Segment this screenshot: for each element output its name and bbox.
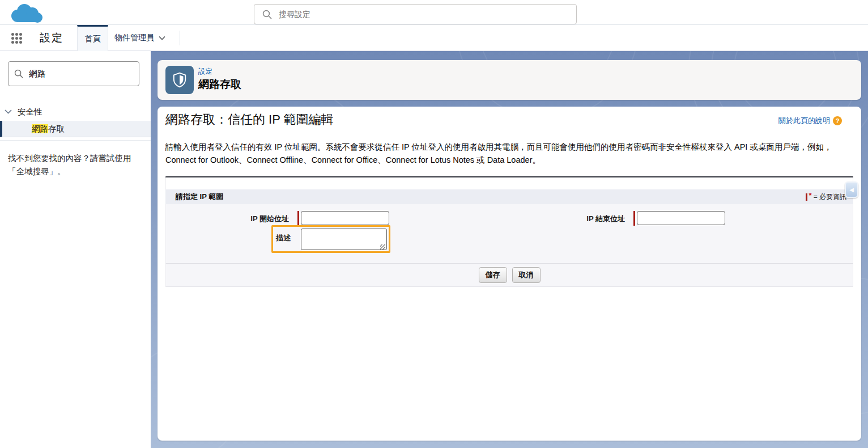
- help-for-this-page-link[interactable]: 關於此頁的說明: [778, 116, 830, 126]
- breadcrumb-setup-link[interactable]: 設定: [198, 67, 212, 77]
- help-badge-icon[interactable]: ?: [833, 116, 842, 125]
- chevron-down-icon: [5, 109, 12, 114]
- form-section-header: 請指定 IP 範圍 * = 必要資訊: [165, 189, 853, 204]
- ip-end-label: IP 結束位址: [506, 214, 625, 224]
- search-match-highlight: 網路: [32, 124, 48, 133]
- required-legend-text: = 必要資訊: [814, 192, 846, 202]
- main-content-region: 設定 網路存取 網路存取：信任的 IP 範圍編輯 關於此頁的說明 ? 請輸入使用…: [151, 51, 868, 448]
- main-card: 網路存取：信任的 IP 範圍編輯 關於此頁的說明 ? 請輸入使用者登入信任的有效…: [158, 107, 861, 441]
- required-asterisk-icon: *: [809, 193, 812, 198]
- required-bar-icon: [806, 193, 807, 201]
- tab-home[interactable]: 首頁: [77, 25, 108, 51]
- sidebar-quick-find: [8, 61, 139, 86]
- global-header: ★ ▾ + ? ⚙: [0, 0, 868, 25]
- ip-end-required-bar: [633, 211, 635, 226]
- sidebar-group-security[interactable]: 安全性: [0, 104, 151, 119]
- global-search: [254, 4, 577, 24]
- ip-start-input[interactable]: [301, 211, 389, 225]
- chevron-down-icon: [159, 36, 165, 40]
- sidebar-item-network-access[interactable]: 網路存取: [0, 121, 151, 137]
- page-header-card: 設定 網路存取: [158, 60, 861, 100]
- ip-start-required-bar: [297, 211, 299, 226]
- tab-object-manager[interactable]: 物件管理員: [108, 25, 172, 51]
- cancel-button[interactable]: 取消: [512, 267, 541, 283]
- description-focus-ring: 描述: [271, 225, 390, 253]
- description-textarea[interactable]: [301, 229, 387, 250]
- salesforce-cloud-logo: [8, 2, 45, 25]
- form-spacer: [165, 177, 853, 189]
- tab-object-manager-label: 物件管理員: [114, 33, 154, 43]
- content-title: 網路存取：信任的 IP 範圍編輯: [165, 111, 334, 128]
- required-legend: * = 必要資訊: [806, 192, 846, 202]
- salesforce-setup-screen: ★ ▾ + ? ⚙: [0, 0, 868, 448]
- setup-sidebar: 安全性 網路存取 找不到您要找的內容？請嘗試使用「全域搜尋」。: [0, 51, 151, 448]
- tab-divider: [180, 31, 180, 45]
- app-name-label: 設定: [40, 25, 63, 51]
- security-shield-icon: [165, 66, 194, 94]
- help-for-this-page: 關於此頁的說明 ?: [778, 116, 842, 126]
- search-icon: [14, 69, 23, 78]
- collapse-panel-arrow[interactable]: ◀: [845, 181, 858, 198]
- page-title: 網路存取: [198, 77, 241, 92]
- page-description: 請輸入使用者登入信任的有效 IP 位址範圍。系統不會要求從信任 IP 位址登入的…: [165, 141, 848, 167]
- search-icon: [262, 10, 272, 19]
- form-button-row: 儲存 取消: [165, 263, 853, 287]
- sidebar-group-label: 安全性: [18, 107, 42, 117]
- sidebar-divider: [0, 140, 151, 141]
- description-label: 描述: [274, 233, 291, 243]
- app-launcher-waffle-icon[interactable]: [11, 33, 27, 44]
- form-section-title: 請指定 IP 範圍: [176, 192, 223, 202]
- global-search-input[interactable]: [279, 10, 551, 19]
- ip-end-input[interactable]: [637, 211, 725, 225]
- setup-nav-bar: 設定 首頁 物件管理員: [0, 25, 868, 51]
- sidebar-item-label: 存取: [48, 124, 65, 133]
- save-button[interactable]: 儲存: [479, 267, 507, 283]
- sidebar-quick-find-input[interactable]: [29, 69, 131, 79]
- ip-range-edit-form: 請指定 IP 範圍 * = 必要資訊 IP 開始位址 IP 結束位址: [165, 176, 853, 287]
- ip-start-label: IP 開始位址: [174, 214, 289, 224]
- form-body: IP 開始位址 IP 結束位址 描述: [165, 204, 853, 263]
- sidebar-not-found-hint: 找不到您要找的內容？請嘗試使用「全域搜尋」。: [8, 152, 144, 178]
